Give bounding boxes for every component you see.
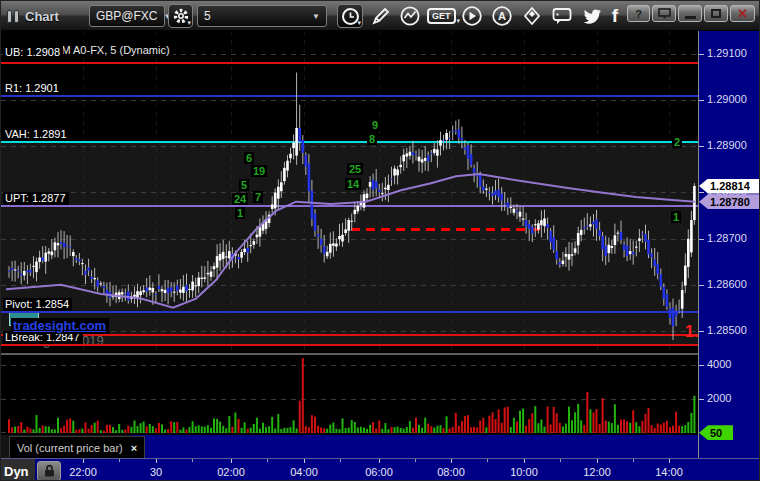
- time-tick: [451, 459, 452, 463]
- studies-button[interactable]: [397, 1, 423, 31]
- twitter-share-button[interactable]: [577, 1, 605, 31]
- trade-annotation: 1: [671, 211, 681, 223]
- facebook-share-button[interactable]: f: [607, 1, 623, 31]
- level-label: UPT: 1.2877: [3, 192, 69, 205]
- time-templates-button[interactable]: ▾: [337, 4, 363, 28]
- trade-annotation: 1: [235, 207, 245, 219]
- axis-tick: [699, 54, 704, 55]
- volume-study-tab[interactable]: Vol (current price bar) ×: [9, 436, 145, 458]
- settings-button[interactable]: ▾: [168, 4, 193, 28]
- letter-a-icon: A: [491, 5, 513, 27]
- detach-icon: [658, 8, 671, 19]
- time-tick-minor: [192, 459, 193, 462]
- time-tick: [304, 459, 305, 463]
- tab-strip-fill: [131, 435, 698, 458]
- time-axis-label: 10:00: [510, 466, 538, 478]
- level-label: UB: 1.2908: [3, 46, 63, 59]
- time-tick-minor: [415, 459, 416, 462]
- volume-area[interactable]: [1, 355, 698, 435]
- objects-button[interactable]: [519, 1, 545, 31]
- current-price-badge: 1.28814: [699, 179, 759, 194]
- draw-button[interactable]: [369, 1, 393, 31]
- maximize-icon: [711, 9, 721, 18]
- time-tick: [231, 459, 232, 463]
- toolbar: Chart GBP@FXC▼ ▾ 5 ▼ ▾ GET ▾: [1, 1, 760, 31]
- interval-dropdown[interactable]: 5 ▼: [197, 5, 327, 27]
- clipped-red-price-label: 1.: [685, 323, 698, 341]
- window-title: Chart: [25, 9, 59, 24]
- candles-canvas: [1, 31, 698, 353]
- trade-annotation: 5: [239, 179, 249, 191]
- axis-tick: [699, 285, 704, 286]
- time-axis[interactable]: Dyn 22:003002:0004:0006:0008:0010:0012:0…: [1, 458, 760, 481]
- minimize-icon: [685, 16, 696, 19]
- volume-axis-label: 4000: [707, 358, 731, 370]
- axis-tick: [699, 146, 704, 147]
- help-button[interactable]: ?: [627, 5, 650, 22]
- close-tab-icon[interactable]: ×: [131, 442, 137, 454]
- time-tick: [669, 459, 670, 463]
- replay-button[interactable]: [459, 1, 485, 31]
- lock-scale-button[interactable]: [37, 461, 61, 481]
- price-axis[interactable]: 1.291001.290001.289001.288001.287001.286…: [698, 31, 760, 458]
- price-axis-label: 1.28900: [707, 139, 747, 151]
- symbol-dropdown[interactable]: GBP@FXC▼: [89, 5, 165, 27]
- time-axis-label: 02:00: [217, 466, 245, 478]
- minimize-button[interactable]: [678, 5, 702, 22]
- zigzag-icon: [399, 5, 421, 27]
- price-axis-label: 1.29000: [707, 93, 747, 105]
- time-axis-label: 12:00: [583, 466, 611, 478]
- chat-button[interactable]: [549, 1, 575, 31]
- trade-annotation: 9: [370, 119, 380, 131]
- speech-bubble-icon: [551, 6, 573, 26]
- watermark-site: tradesight.com: [11, 318, 109, 334]
- time-tick: [156, 459, 157, 463]
- level-label: R1: 1.2901: [3, 82, 62, 95]
- svg-text:A: A: [498, 10, 506, 22]
- axis-tick: [699, 331, 704, 332]
- maximize-button[interactable]: [704, 5, 728, 22]
- level-label: VAH: 1.2891: [3, 128, 70, 141]
- trade-annotation: 2: [672, 136, 682, 148]
- volume-tab-label: Vol (current price bar): [17, 442, 123, 454]
- volume-canvas: [1, 355, 698, 435]
- time-axis-label: 06:00: [365, 466, 393, 478]
- time-axis-label: 30: [150, 466, 162, 478]
- symbol-value: GBP@FXC: [96, 9, 158, 23]
- trade-annotation: 25: [347, 163, 363, 175]
- chart-window: Chart GBP@FXC▼ ▾ 5 ▼ ▾ GET ▾: [0, 0, 760, 481]
- trade-annotation: 8: [367, 133, 377, 145]
- help-icon: ?: [635, 8, 642, 20]
- twitter-icon: [580, 5, 602, 27]
- axis-tick: [699, 399, 704, 400]
- alerts-button[interactable]: A: [489, 1, 515, 31]
- time-tick: [83, 459, 84, 463]
- time-tick-minor: [340, 459, 341, 462]
- trade-annotation: 6: [244, 152, 254, 164]
- price-axis-label: 1.28700: [707, 232, 747, 244]
- volume-axis-label: 2000: [707, 392, 731, 404]
- chevron-down-icon: ▼: [312, 12, 320, 21]
- time-axis-label: 14:00: [655, 466, 683, 478]
- pencil-icon: [371, 6, 391, 26]
- detach-window-button[interactable]: [652, 5, 676, 22]
- get-button[interactable]: GET ▾: [427, 1, 460, 31]
- chart-area[interactable]: GBP@FXCM A0-FX, 5 (Dynamic)UB: 1.2908R1:…: [1, 31, 698, 353]
- close-button[interactable]: ✕: [730, 5, 755, 22]
- price-axis-label: 1.28500: [707, 324, 747, 336]
- trade-annotation: 24: [232, 193, 248, 205]
- time-tick-minor: [560, 459, 561, 462]
- level-label: Pivot: 1.2854: [3, 298, 72, 311]
- trade-annotation: 7: [253, 191, 263, 203]
- axis-tick: [699, 239, 704, 240]
- interval-value: 5: [204, 9, 211, 23]
- axis-tick: [699, 100, 704, 101]
- price-axis-label: 1.29100: [707, 47, 747, 59]
- padlock-icon: [43, 464, 56, 478]
- axis-tick: [699, 365, 704, 366]
- time-axis-label: 08:00: [437, 466, 465, 478]
- time-tick-minor: [119, 459, 120, 462]
- tab-strip: Vol (current price bar) ×: [1, 435, 698, 458]
- diamond-arrows-icon: [521, 5, 543, 27]
- dynamic-mode-label: Dyn: [1, 459, 35, 481]
